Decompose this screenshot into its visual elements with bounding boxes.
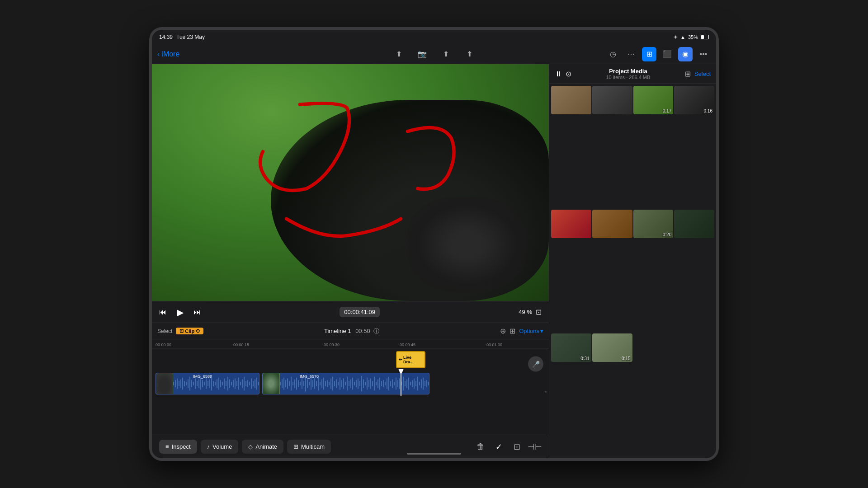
- svg-rect-30: [227, 376, 228, 390]
- check-button[interactable]: ✓: [492, 440, 505, 454]
- battery-icon: [701, 35, 709, 39]
- active-tool-icon[interactable]: ◉: [678, 47, 693, 61]
- inspect-button[interactable]: ≡ Inspect: [159, 440, 197, 454]
- bottom-toolbar: ≡ Inspect ♪ Volume ◇ Animate ⊞: [152, 435, 549, 458]
- svg-rect-40: [245, 381, 246, 386]
- media-thumb-10[interactable]: 0:15: [592, 333, 632, 362]
- multicam-label: Multicam: [301, 443, 325, 450]
- svg-rect-59: [300, 382, 301, 385]
- svg-rect-76: [330, 378, 331, 389]
- media-thumb-6[interactable]: [592, 210, 632, 238]
- live-draw-clip[interactable]: ✏ Live Dra...: [396, 351, 425, 368]
- media-thumb-7[interactable]: 0:20: [633, 210, 674, 238]
- skip-back-button[interactable]: ⏮: [159, 308, 166, 316]
- svg-rect-120: [410, 382, 411, 385]
- thumb-duration-3: 0:17: [663, 108, 671, 113]
- video-clip-1[interactable]: IMG_6588: [156, 373, 259, 394]
- settings-icon[interactable]: ⋯: [624, 47, 638, 61]
- media-thumb-9[interactable]: 0:31: [551, 333, 591, 362]
- zoom-icon[interactable]: ⊞: [509, 327, 515, 335]
- svg-rect-70: [320, 382, 321, 385]
- select-button[interactable]: Select: [694, 70, 711, 77]
- mic-button[interactable]: 🎤: [528, 356, 543, 371]
- status-time: 14:39: [159, 34, 173, 40]
- svg-rect-9: [189, 376, 190, 390]
- grid-icon[interactable]: ⊞: [685, 70, 691, 78]
- svg-rect-41: [247, 380, 248, 387]
- media-grid: 0:17 0:16 0:20: [549, 84, 716, 458]
- volume-icon: ♪: [207, 443, 210, 450]
- svg-rect-17: [204, 382, 205, 385]
- battery-level: 35%: [688, 34, 698, 40]
- svg-rect-53: [289, 381, 290, 386]
- svg-rect-116: [403, 376, 404, 390]
- playhead[interactable]: [401, 371, 401, 396]
- live-draw-icon: ✏: [399, 357, 402, 362]
- skip-forward-button[interactable]: ⏭: [193, 308, 201, 316]
- snap-icon[interactable]: ⊕: [500, 327, 506, 335]
- media-thumb-4[interactable]: 0:16: [674, 86, 714, 114]
- clock-icon[interactable]: ◷: [606, 47, 620, 61]
- media-thumb-5[interactable]: [551, 210, 591, 238]
- video-clip-2[interactable]: IMG_6570: [262, 373, 429, 394]
- import-icon[interactable]: ⬛: [660, 47, 675, 61]
- svg-rect-87: [350, 379, 351, 388]
- media-thumb-1[interactable]: [551, 86, 591, 114]
- export-icon[interactable]: ⬆: [462, 47, 476, 61]
- animate-label: Animate: [255, 443, 277, 450]
- timeline-info-icon[interactable]: ⓘ: [373, 328, 379, 334]
- svg-rect-63: [307, 379, 308, 388]
- animate-button[interactable]: ◇ Animate: [242, 440, 283, 454]
- svg-rect-4: [180, 379, 181, 388]
- back-button[interactable]: ‹ iMore: [157, 50, 179, 58]
- volume-button[interactable]: ♪ Volume: [201, 440, 239, 454]
- svg-rect-5: [182, 377, 183, 389]
- media-thumb-3[interactable]: 0:17: [633, 86, 674, 114]
- panel-right-actions: ⊞ Select: [685, 70, 711, 78]
- zoom-unit: %: [527, 309, 532, 315]
- svg-rect-128: [425, 381, 425, 386]
- options-button[interactable]: Options ▾: [519, 328, 543, 334]
- svg-rect-6: [184, 381, 185, 386]
- status-bar: 14:39 Tue 23 May ✈ ▲ 35%: [152, 30, 716, 44]
- svg-rect-119: [408, 377, 409, 389]
- clip-indicator: ⊡ Clip ⊙: [176, 328, 203, 334]
- svg-rect-122: [414, 378, 415, 389]
- svg-rect-27: [222, 382, 223, 385]
- svg-rect-1: [175, 380, 176, 387]
- upload-icon[interactable]: ⬆: [439, 47, 453, 61]
- timeline-section: Select ⊡ Clip ⊙ Timeline 1 00:50 ⓘ ⊕: [152, 323, 549, 458]
- play-button[interactable]: ▶: [174, 306, 186, 319]
- filter-icon[interactable]: ⊙: [566, 70, 571, 78]
- view-toggle-icon[interactable]: ⊡: [536, 308, 542, 316]
- main-content: ⏮ ▶ ⏭ 00:00:41:09 49 % ⊡: [152, 64, 716, 458]
- pause-icon[interactable]: ⏸: [555, 70, 562, 78]
- svg-rect-111: [394, 382, 395, 385]
- svg-rect-105: [383, 380, 384, 387]
- split-button[interactable]: ⊣⊢: [528, 440, 542, 454]
- zoom-level: 49 %: [519, 309, 532, 315]
- device-frame: 14:39 Tue 23 May ✈ ▲ 35% ‹ iMore ⬆ 📷 ⬆ ⬆…: [149, 27, 719, 461]
- svg-rect-69: [318, 376, 319, 390]
- back-chevron-icon: ‹: [157, 50, 160, 58]
- svg-rect-58: [298, 380, 299, 387]
- svg-rect-88: [352, 377, 353, 389]
- svg-rect-82: [341, 380, 342, 387]
- media-thumb-2[interactable]: [592, 86, 632, 114]
- svg-rect-97: [368, 380, 369, 387]
- select-label: Select: [157, 328, 172, 334]
- frame-button[interactable]: ⊡: [510, 440, 524, 454]
- delete-button[interactable]: 🗑: [474, 440, 487, 454]
- svg-rect-101: [376, 382, 377, 385]
- playback-controls: ⏮ ▶ ⏭: [159, 306, 201, 319]
- svg-rect-86: [349, 381, 349, 386]
- svg-rect-129: [426, 380, 427, 387]
- more-icon[interactable]: •••: [696, 47, 711, 61]
- multicam-button[interactable]: ⊞ Multicam: [287, 440, 331, 454]
- clip-flag: ⊙: [196, 328, 200, 334]
- camera-icon[interactable]: 📷: [415, 47, 429, 61]
- svg-rect-43: [251, 378, 252, 389]
- media-icon[interactable]: ⊞: [642, 47, 656, 61]
- share-icon[interactable]: ⬆: [392, 47, 406, 61]
- media-thumb-8[interactable]: [674, 210, 714, 238]
